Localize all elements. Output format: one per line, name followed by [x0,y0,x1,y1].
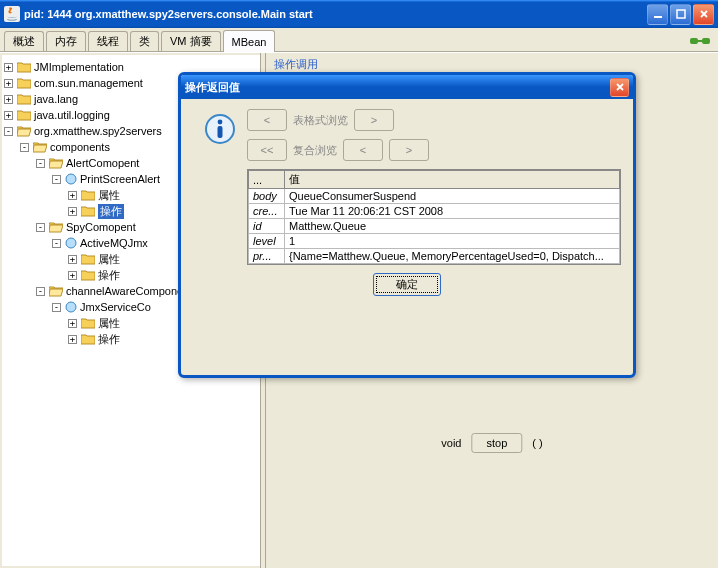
folder-icon [17,61,31,73]
java-app-icon [4,6,20,22]
tree-label: 操作 [98,332,120,347]
folder-icon [81,189,95,201]
tab-vm[interactable]: VM 摘要 [161,31,221,51]
dialog-body: < 表格式浏览 > << 复合浏览 < > ... 值 [181,99,633,375]
cell-value: 1 [285,234,620,249]
operation-invoke-row: void stop ( ) [441,433,542,453]
tab-classes[interactable]: 类 [130,31,159,51]
svg-rect-10 [218,126,223,138]
main-title-bar: pid: 1444 org.xmatthew.spy2servers.conso… [0,0,718,28]
cell-key: body [249,189,285,204]
table-header-value[interactable]: 值 [285,171,620,189]
table-next-button[interactable]: > [354,109,394,131]
cell-key: level [249,234,285,249]
return-value-table[interactable]: ... 值 body QueueConsumerSuspend cre... [247,169,621,265]
table-row[interactable]: pr... {Name=Matthew.Queue, MemoryPercent… [249,249,620,264]
tree-label: 操作 [98,268,120,283]
folder-icon [17,77,31,89]
table-row[interactable]: cre... Tue Mar 11 20:06:21 CST 2008 [249,204,620,219]
cell-value: {Name=Matthew.Queue, MemoryPercentageUse… [285,249,620,264]
folder-icon [81,205,95,217]
svg-point-6 [66,238,76,248]
folder-icon [81,253,95,265]
folder-icon [81,333,95,345]
cell-value: QueueConsumerSuspend [285,189,620,204]
info-icon [204,113,236,145]
composite-first-button[interactable]: << [247,139,287,161]
table-row[interactable]: id Matthew.Queue [249,219,620,234]
folder-open-icon [49,157,63,169]
tree-label: 操作 [98,204,124,219]
main-title-text: pid: 1444 org.xmatthew.spy2servers.conso… [24,8,645,20]
main-close-button[interactable] [693,4,714,25]
folder-icon [81,269,95,281]
svg-rect-1 [677,10,685,18]
tab-strip: 概述 内存 线程 类 VM 摘要 MBean [0,28,718,52]
svg-point-7 [66,302,76,312]
table-header-key[interactable]: ... [249,171,285,189]
minimize-button[interactable] [647,4,668,25]
connection-status-icon [690,34,710,48]
tree-label: components [50,141,110,153]
tree-label: 属性 [98,316,120,331]
folder-icon [17,109,31,121]
table-row[interactable]: level 1 [249,234,620,249]
tree-label: JMImplementation [34,61,124,73]
cell-value: Matthew.Queue [285,219,620,234]
svg-rect-4 [696,40,704,42]
table-prev-button[interactable]: < [247,109,287,131]
tree-label: java.util.logging [34,109,110,121]
table-nav-row: < 表格式浏览 > [247,109,621,131]
tree-label: ActiveMQJmx [80,237,148,249]
tab-overview[interactable]: 概述 [4,31,44,51]
table-nav-label: 表格式浏览 [293,113,348,128]
folder-open-icon [49,285,63,297]
cell-value: Tue Mar 11 20:06:21 CST 2008 [285,204,620,219]
dialog-title-text: 操作返回值 [185,80,610,95]
tree-label: 属性 [98,188,120,203]
tab-threads[interactable]: 线程 [88,31,128,51]
tree-label: org.xmatthew.spy2servers [34,125,162,137]
bean-icon [65,237,77,249]
composite-nav-row: << 复合浏览 < > [247,139,621,161]
dialog-ok-button[interactable]: 确定 [373,273,441,296]
maximize-button[interactable] [670,4,691,25]
folder-icon [17,93,31,105]
tab-mbean[interactable]: MBean [223,30,276,52]
svg-point-9 [218,120,223,125]
tree-label: 属性 [98,252,120,267]
table-row[interactable]: body QueueConsumerSuspend [249,189,620,204]
bean-icon [65,173,77,185]
params-parens: ( ) [532,437,542,449]
tree-label: JmxServiceCo [80,301,151,313]
cell-key: pr... [249,249,285,264]
folder-open-icon [33,141,47,153]
folder-open-icon [17,125,31,137]
svg-rect-0 [654,16,662,18]
tree-label: java.lang [34,93,78,105]
return-value-dialog: 操作返回值 < 表格式浏览 > << 复合浏览 < [178,72,636,378]
folder-open-icon [49,221,63,233]
svg-point-5 [66,174,76,184]
composite-nav-label: 复合浏览 [293,143,337,158]
bean-icon [65,301,77,313]
tree-label: AlertComopent [66,157,139,169]
composite-prev-button[interactable]: < [343,139,383,161]
tree-label: PrintScreenAlert [80,173,160,185]
folder-icon [81,317,95,329]
tree-label: SpyComopent [66,221,136,233]
tree-label: com.sun.management [34,77,143,89]
composite-next-button[interactable]: > [389,139,429,161]
tree-label: channelAwareComponent [66,285,192,297]
return-type-label: void [441,437,461,449]
stop-button[interactable]: stop [472,433,523,453]
cell-key: cre... [249,204,285,219]
tab-memory[interactable]: 内存 [46,31,86,51]
dialog-title-bar[interactable]: 操作返回值 [181,75,633,99]
dialog-close-button[interactable] [610,78,629,97]
cell-key: id [249,219,285,234]
